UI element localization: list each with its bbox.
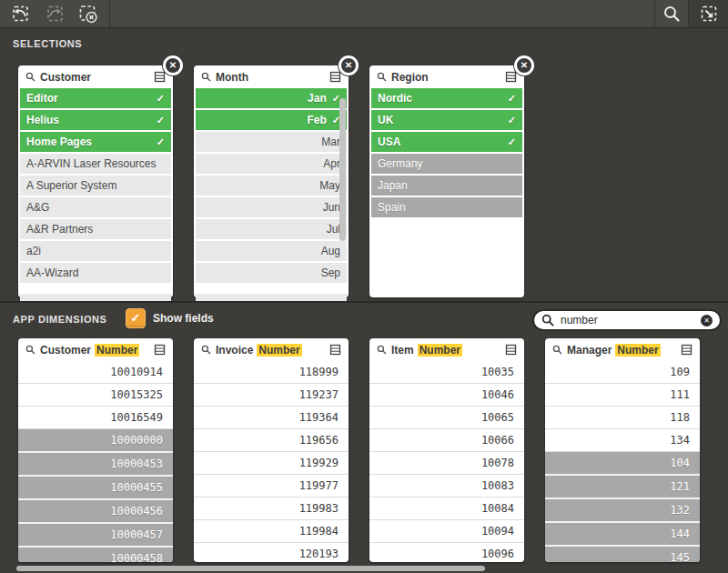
list-item[interactable]: 10078 bbox=[369, 452, 524, 475]
list-item-label: 121 bbox=[670, 480, 690, 493]
step-forward-icon[interactable] bbox=[44, 3, 66, 25]
list-item[interactable]: 10015325 bbox=[18, 384, 173, 407]
list-item[interactable]: 119984 bbox=[194, 520, 349, 543]
list-item[interactable]: Apr bbox=[196, 154, 347, 174]
listbox-menu-icon[interactable] bbox=[154, 71, 166, 83]
list-item-label: 10046 bbox=[481, 388, 514, 401]
list-item[interactable]: Germany bbox=[371, 154, 522, 174]
listbox-menu-icon[interactable] bbox=[154, 344, 166, 356]
listbox-header[interactable]: Customer Number bbox=[18, 338, 173, 361]
list-item[interactable]: Mar bbox=[196, 132, 347, 152]
list-item[interactable]: 10094 bbox=[369, 520, 524, 543]
listbox-title: Customer bbox=[40, 71, 91, 84]
dimensions-search-box[interactable]: ✕ bbox=[532, 309, 722, 331]
list-item[interactable]: 121 bbox=[545, 476, 700, 499]
dimensions-search-input[interactable] bbox=[559, 313, 701, 327]
list-item[interactable]: 119983 bbox=[194, 498, 349, 520]
list-item[interactable]: Spain bbox=[371, 197, 522, 217]
list-item[interactable]: May bbox=[196, 176, 347, 196]
list-item[interactable]: 10083 bbox=[369, 475, 524, 498]
list-item[interactable]: A&R Partners bbox=[20, 219, 171, 239]
listbox-menu-icon[interactable] bbox=[329, 344, 341, 356]
list-item[interactable]: USA✓ bbox=[371, 132, 522, 152]
list-item[interactable]: 111 bbox=[545, 384, 700, 407]
check-icon: ✓ bbox=[157, 136, 165, 148]
list-item[interactable]: A&G bbox=[20, 197, 171, 217]
list-item[interactable]: 10066 bbox=[369, 429, 524, 452]
list-item[interactable]: Feb✓ bbox=[196, 110, 347, 130]
list-item[interactable]: 10000458 bbox=[18, 548, 173, 562]
list-item[interactable]: Aug bbox=[196, 241, 347, 261]
list-item[interactable]: 10000457 bbox=[18, 524, 173, 548]
list-item[interactable]: 10000453 bbox=[18, 453, 173, 477]
selections-tool-icon[interactable] bbox=[698, 3, 720, 25]
list-item[interactable]: 134 bbox=[545, 429, 700, 452]
listbox-menu-icon[interactable] bbox=[505, 344, 517, 356]
listbox-menu-icon[interactable] bbox=[505, 71, 517, 83]
list-item[interactable]: Nordic✓ bbox=[371, 88, 522, 108]
list-item[interactable]: 10046 bbox=[369, 384, 524, 407]
listbox-header[interactable]: Invoice Number bbox=[194, 338, 349, 361]
list-item[interactable]: 144 bbox=[545, 523, 700, 547]
list-item[interactable]: 145 bbox=[545, 547, 700, 562]
list-item-label: 120193 bbox=[299, 548, 339, 560]
listbox-header[interactable]: Customer bbox=[18, 65, 173, 88]
listbox-rows: Nordic✓UK✓USA✓GermanyJapanSpain bbox=[369, 88, 524, 294]
list-item[interactable]: 10016549 bbox=[18, 407, 173, 429]
show-fields-checkbox[interactable]: ✓ bbox=[126, 308, 146, 328]
search-match-highlight: Number bbox=[418, 344, 462, 357]
horizontal-scrollbar[interactable] bbox=[16, 566, 485, 571]
listbox-header[interactable]: Item Number bbox=[369, 338, 524, 361]
list-item[interactable]: 109 bbox=[545, 361, 700, 384]
list-item[interactable]: 119237 bbox=[194, 384, 349, 407]
list-item[interactable]: 10096 bbox=[369, 543, 524, 562]
listbox-menu-icon[interactable] bbox=[681, 344, 693, 356]
list-item[interactable]: Jul bbox=[196, 219, 347, 239]
close-icon[interactable]: ✕ bbox=[339, 55, 359, 75]
listbox-menu-icon[interactable] bbox=[329, 71, 341, 83]
list-item[interactable]: UK✓ bbox=[371, 110, 522, 130]
list-item[interactable]: Helius✓ bbox=[20, 110, 171, 130]
list-item[interactable]: 10010914 bbox=[18, 361, 173, 384]
month-scrollbar[interactable] bbox=[339, 98, 346, 241]
close-icon[interactable]: ✕ bbox=[163, 55, 183, 75]
close-icon[interactable]: ✕ bbox=[514, 55, 534, 75]
list-item[interactable]: 119364 bbox=[194, 407, 349, 429]
listbox-header[interactable]: Manager Number bbox=[545, 338, 700, 361]
list-item[interactable]: Jan✓ bbox=[196, 88, 347, 108]
clear-search-icon[interactable]: ✕ bbox=[701, 315, 713, 327]
list-item[interactable]: Japan bbox=[371, 176, 522, 196]
list-item[interactable]: Sep bbox=[196, 263, 347, 283]
list-item[interactable]: AA-Wizard bbox=[20, 263, 171, 283]
list-item[interactable]: 120193 bbox=[194, 543, 349, 562]
list-item[interactable]: 132 bbox=[545, 499, 700, 523]
list-item[interactable]: A-ARVIN Laser Resources bbox=[20, 154, 171, 174]
list-item[interactable]: 118 bbox=[545, 407, 700, 429]
list-item[interactable]: 119929 bbox=[194, 452, 349, 475]
list-item[interactable]: 10000000 bbox=[18, 429, 173, 453]
show-fields-toggle[interactable]: ✓ Show fields bbox=[126, 308, 214, 328]
list-item[interactable]: 118999 bbox=[194, 361, 349, 384]
list-item[interactable]: 10000456 bbox=[18, 500, 173, 524]
step-back-icon[interactable] bbox=[10, 3, 32, 25]
clear-all-selections-icon[interactable] bbox=[77, 3, 99, 25]
list-item[interactable]: Jun bbox=[196, 197, 347, 217]
listbox-header[interactable]: Month bbox=[194, 65, 349, 88]
list-item[interactable]: Home Pages✓ bbox=[20, 132, 171, 152]
list-item[interactable]: 119656 bbox=[194, 429, 349, 452]
list-item[interactable]: a2i bbox=[20, 241, 171, 261]
list-item[interactable]: 10065 bbox=[369, 407, 524, 429]
list-item-label: 10066 bbox=[481, 434, 514, 447]
list-item[interactable]: A Superior System bbox=[20, 176, 171, 196]
list-item[interactable]: 119977 bbox=[194, 475, 349, 498]
list-item[interactable]: 104 bbox=[545, 452, 700, 476]
list-item[interactable]: Editor✓ bbox=[20, 88, 171, 108]
list-item[interactable]: 10084 bbox=[369, 498, 524, 520]
check-icon: ✓ bbox=[508, 136, 516, 148]
list-item[interactable]: 10000455 bbox=[18, 477, 173, 500]
listbox-manager-number: Manager Number 1091111181341041211321441… bbox=[545, 338, 700, 562]
search-icon[interactable] bbox=[661, 3, 682, 25]
list-item[interactable]: 10035 bbox=[369, 361, 524, 384]
list-item-label: 119929 bbox=[299, 457, 339, 469]
listbox-header[interactable]: Region bbox=[369, 65, 524, 88]
